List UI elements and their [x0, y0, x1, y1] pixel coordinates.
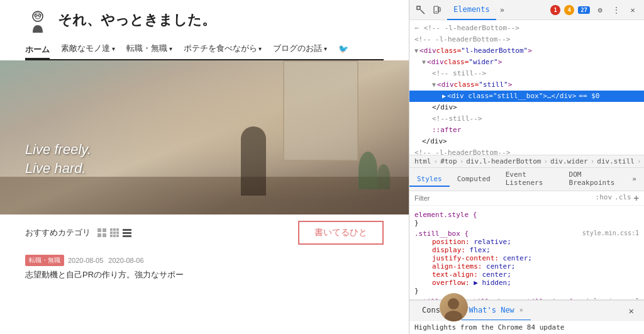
dom-line-3[interactable]: ▼ <div class= "l-headerBottom" > — [409, 45, 644, 57]
nav-items1[interactable]: 素敵なモノ達 — [61, 43, 115, 54]
svg-rect-27 — [435, 11, 437, 12]
devtools-top-tabs: Elements » — [447, 0, 547, 20]
website-preview: それ、やっときました。 ホーム 素敵なモノ達 転職・無職 ポテチを食べながら ブ… — [0, 0, 409, 334]
dom-comment-2: <!-- -l-headerBottom--> — [414, 35, 510, 45]
nav-home[interactable]: ホーム — [25, 44, 50, 59]
hero-text-line1: Live freely. — [25, 142, 91, 158]
expand-arrow-2[interactable]: ▼ — [422, 57, 426, 67]
tab-dom-breakpoints[interactable]: DOM Breakpoints — [562, 168, 625, 191]
more-style-tabs[interactable]: » — [625, 172, 644, 187]
dom-line-11[interactable]: </div> — [409, 136, 644, 147]
tab-whats-new[interactable]: What's New ✕ — [462, 301, 531, 321]
hero-section: Live freely. Live hard. — [0, 60, 409, 214]
svg-rect-17 — [110, 235, 113, 237]
cls-option[interactable]: .cls — [614, 193, 631, 203]
css-rule-element-style: element.style { } — [414, 211, 639, 227]
article-date2: 2020-08-06 — [108, 257, 143, 264]
inspect-icon[interactable] — [414, 4, 427, 16]
nav-items2[interactable]: 転職・無職 — [126, 43, 172, 54]
dom-line-1[interactable]: ⋯ <!-- -l-headerBottom--> — [409, 23, 644, 34]
content-area: おすすめカテゴリ — [0, 214, 409, 251]
bottom-content: Highlights from the Chrome 84 update — [409, 320, 644, 334]
dom-attr-class3: class= — [454, 80, 479, 90]
content-label: おすすめカテゴリ — [25, 227, 91, 238]
bc-sep1: › — [434, 157, 438, 165]
dom-line-12[interactable]: <!-- -l-headerBottom--> — [409, 147, 644, 155]
dom-tag-div1: <div — [419, 46, 436, 56]
settings-icon[interactable]: ⚙ — [594, 4, 606, 16]
dom-tree: ⋯ <!-- -l-headerBottom--> <!-- -l-header… — [409, 20, 644, 155]
nav-twitter[interactable]: 🐦 — [338, 44, 348, 53]
site-logo-icon — [25, 8, 50, 33]
bc-sep5: › — [637, 157, 641, 165]
article-date1: 2020-08-05 — [68, 257, 103, 264]
tab-elements[interactable]: Elements — [447, 0, 496, 20]
styles-panel: Styles Computed Event Listeners DOM Brea… — [409, 168, 644, 300]
dom-line-8[interactable]: </div> — [409, 102, 644, 113]
dom-tag-close1: > — [528, 46, 532, 56]
dom-tag-div3: <div — [437, 80, 454, 90]
hov-option[interactable]: :hov — [596, 193, 613, 203]
dom-attr-class2: class= — [444, 57, 469, 67]
article-tag: 転職・無職 — [25, 255, 64, 266]
svg-rect-16 — [116, 231, 119, 234]
whats-new-close[interactable]: ✕ — [519, 306, 523, 313]
dom-line-4[interactable]: ▼ <div class= "wider" > — [409, 57, 644, 68]
dom-line-2[interactable]: <!-- -l-headerBottom--> — [409, 34, 644, 45]
dom-tag-still-box: <div class="still__box">…</div> — [447, 91, 576, 101]
bc-sep2: › — [460, 157, 464, 165]
svg-rect-12 — [113, 228, 116, 231]
hero-text: Live freely. Live hard. — [25, 142, 91, 177]
more-tabs-button[interactable]: » — [496, 6, 508, 14]
dom-line-7-selected[interactable]: ▶ <div class="still__box">…</div> == $0 — [409, 91, 644, 102]
css-selector-2: .still__box { — [414, 230, 469, 238]
dom-tag-close3: > — [508, 80, 513, 90]
add-style-btn[interactable]: + — [634, 193, 639, 203]
more-button[interactable]: ⋯ — [414, 23, 419, 33]
styles-content: element.style { } .still__box { style.mi… — [409, 206, 644, 300]
vertical-dots-icon[interactable]: ⋮ — [610, 4, 623, 16]
site-header: それ、やっときました。 ホーム 素敵なモノ達 転職・無職 ポテチを食べながら ブ… — [0, 0, 409, 60]
css-rule-still-box: .still__box { style.min.css:1 position: … — [414, 230, 639, 295]
tab-event-listeners[interactable]: Event Listeners — [498, 168, 562, 191]
device-icon[interactable] — [431, 4, 443, 16]
grid-icon-small[interactable] — [97, 228, 107, 238]
devtools-close-button[interactable]: ✕ — [624, 306, 639, 316]
svg-rect-15 — [113, 231, 116, 234]
svg-rect-26 — [434, 6, 438, 13]
dom-after: ::after — [432, 125, 461, 135]
dom-line-6[interactable]: ▼ <div class= "still" > — [409, 79, 644, 91]
site-title: それ、やっときました。 — [58, 11, 216, 30]
tab-computed[interactable]: Computed — [450, 172, 498, 187]
nav-items4[interactable]: ブログのお話 — [273, 43, 327, 54]
svg-rect-7 — [97, 228, 101, 232]
bc-wider[interactable]: div.wider — [550, 157, 588, 165]
bc-html[interactable]: html — [414, 157, 431, 165]
dom-line-10[interactable]: ::after — [409, 125, 644, 136]
devtools-panel: Elements » 1 4 27 ⚙ ⋮ ✕ ⋯ <!-- -l-header… — [409, 0, 644, 334]
close-icon[interactable]: ✕ — [626, 4, 639, 16]
svg-rect-10 — [103, 233, 106, 237]
styles-tabs: Styles Computed Event Listeners DOM Brea… — [409, 168, 644, 191]
dom-line-9[interactable]: <!--still--> — [409, 113, 644, 125]
css-prop-textalign: text-align: center; — [422, 270, 639, 279]
bc-top[interactable]: #top — [440, 157, 457, 165]
expand-arrow-3[interactable]: ▼ — [432, 80, 436, 90]
bc-lheader[interactable]: div.l-headerBottom — [466, 157, 541, 165]
list-icon[interactable] — [122, 228, 132, 238]
filter-input[interactable] — [414, 194, 592, 202]
profile-button[interactable]: 書いてるひと — [298, 221, 384, 245]
error-badge: 1 — [550, 5, 560, 15]
bc-sep4: › — [591, 157, 595, 165]
svg-rect-28 — [438, 8, 440, 11]
dom-line-5[interactable]: <!-- still--> — [409, 68, 644, 79]
expand-arrow-1[interactable]: ▼ — [414, 46, 418, 56]
dom-tag-close2: > — [498, 57, 502, 67]
devtools-toolbar: Elements » 1 4 27 ⚙ ⋮ ✕ — [409, 0, 644, 20]
bc-still[interactable]: div.still — [597, 157, 635, 165]
nav-items3[interactable]: ポテチを食べながら — [184, 43, 262, 54]
tab-styles[interactable]: Styles — [409, 172, 450, 187]
grid-icon-medium[interactable] — [109, 228, 119, 238]
svg-rect-20 — [123, 229, 131, 231]
expand-arrow-4[interactable]: ▶ — [442, 91, 446, 101]
